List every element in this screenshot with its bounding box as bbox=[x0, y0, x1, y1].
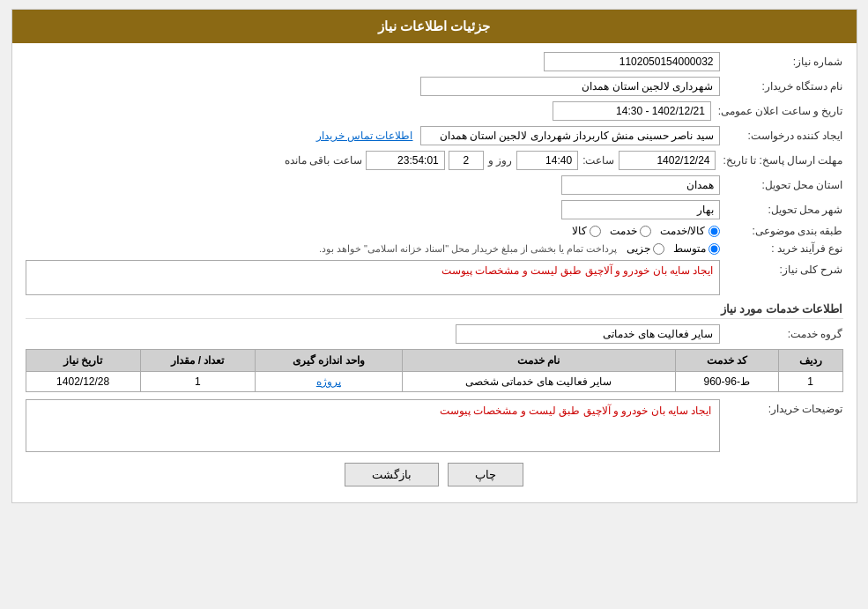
col-header-row: ردیف bbox=[778, 350, 842, 372]
category-option-khadmat[interactable]: خدمت bbox=[610, 225, 651, 237]
category-radio-group: کالا/خدمت خدمت کالا bbox=[572, 225, 719, 237]
page-title: جزئیات اطلاعات نیاز bbox=[378, 19, 490, 33]
category-radio-kala[interactable] bbox=[590, 226, 601, 237]
contact-link[interactable]: اطلاعات تماس خریدار bbox=[316, 130, 413, 142]
delivery-province-row: استان محل تحویل: همدان bbox=[26, 175, 843, 195]
purchase-org-label: نام دستگاه خریدار: bbox=[720, 80, 843, 93]
response-countdown-label: ساعت باقی مانده bbox=[285, 154, 362, 167]
category-label-khadmat: خدمت bbox=[610, 225, 637, 237]
table-row: 1 ط-96-960 سایر فعالیت های خدماتی شخصی پ… bbox=[26, 372, 842, 392]
col-header-unit: واحد اندازه گیری bbox=[255, 350, 402, 372]
service-group-value: سایر فعالیت های خدماتی bbox=[456, 324, 720, 344]
purchase-type-note: پرداخت تمام یا بخشی از مبلغ خریدار محل "… bbox=[319, 243, 618, 255]
col-header-code: کد خدمت bbox=[675, 350, 778, 372]
creator-row: ایجاد کننده درخواست: سید ناصر حسینی منش … bbox=[26, 126, 843, 145]
cell-quantity: 1 bbox=[140, 372, 255, 392]
purchase-type-option-jozi[interactable]: جزیی bbox=[627, 242, 664, 255]
category-row: طبقه بندی موضوعی: کالا/خدمت خدمت کالا bbox=[26, 225, 843, 237]
need-description-row: شرح کلی نیاز: ایجاد سایه بان خودرو و آلا… bbox=[26, 260, 843, 295]
delivery-province-label: استان محل تحویل: bbox=[720, 179, 843, 191]
announcement-creator-row: تاریخ و ساعت اعلان عمومی: 1402/12/21 - 1… bbox=[26, 101, 843, 121]
purchase-type-label-motavaset: متوسط bbox=[673, 242, 706, 255]
announcement-value: 1402/12/21 - 14:30 bbox=[553, 101, 711, 121]
main-container: جزئیات اطلاعات نیاز شماره نیاز: 11020501… bbox=[11, 9, 857, 503]
need-description-label: شرح کلی نیاز: bbox=[720, 260, 843, 276]
purchase-type-row: نوع فرآیند خرید : متوسط جزیی پرداخت تمام… bbox=[26, 242, 843, 255]
need-number-value: 1102050154000032 bbox=[544, 52, 720, 71]
response-days: 2 bbox=[449, 151, 484, 170]
response-days-label: روز و bbox=[488, 154, 512, 167]
purchase-type-radio-motavaset[interactable] bbox=[708, 243, 720, 255]
col-header-date: تاریخ نیاز bbox=[26, 350, 140, 372]
service-table: ردیف کد خدمت نام خدمت واحد اندازه گیری ت… bbox=[26, 349, 843, 392]
delivery-city-label: شهر محل تحویل: bbox=[720, 204, 843, 216]
purchase-type-option-motavaset[interactable]: متوسط bbox=[673, 242, 720, 255]
col-header-name: نام خدمت bbox=[402, 350, 675, 372]
response-deadline-row: مهلت ارسال پاسخ: تا تاریخ: 1402/12/24 سا… bbox=[26, 151, 843, 170]
buttons-row: چاپ بازگشت bbox=[26, 463, 843, 486]
category-radio-kala-khadmat[interactable] bbox=[708, 226, 720, 237]
response-deadline-label: مهلت ارسال پاسخ: تا تاریخ: bbox=[716, 154, 842, 167]
announcement-label: تاریخ و ساعت اعلان عمومی: bbox=[711, 105, 843, 117]
cell-code: ط-96-960 bbox=[675, 372, 778, 392]
service-group-row: گروه خدمت: سایر فعالیت های خدماتی bbox=[26, 324, 843, 344]
col-header-qty: تعداد / مقدار bbox=[140, 350, 255, 372]
response-date: 1402/12/24 bbox=[619, 151, 716, 170]
buyer-desc-value: ایجاد سایه بان خودرو و آلاچیق طبق لیست و… bbox=[26, 399, 720, 452]
purchase-type-label: نوع فرآیند خرید : bbox=[720, 242, 843, 255]
purchase-type-label-jozi: جزیی bbox=[627, 242, 650, 255]
need-number-row: شماره نیاز: 1102050154000032 bbox=[26, 52, 843, 71]
category-option-kala[interactable]: کالا bbox=[572, 225, 601, 237]
delivery-city-row: شهر محل تحویل: بهار bbox=[26, 200, 843, 219]
need-number-label: شماره نیاز: bbox=[720, 56, 843, 68]
creator-value: سید ناصر حسینی منش کاربرداز شهرداری لالج… bbox=[420, 126, 720, 145]
back-button[interactable]: بازگشت bbox=[345, 463, 439, 486]
purchase-type-radio-group: متوسط جزیی bbox=[627, 242, 720, 255]
category-radio-khadmat[interactable] bbox=[640, 226, 651, 237]
page-header: جزئیات اطلاعات نیاز bbox=[12, 10, 857, 43]
purchase-org-row: نام دستگاه خریدار: شهرداری لالجین استان … bbox=[26, 77, 843, 96]
response-time-label: ساعت: bbox=[582, 154, 614, 167]
cell-row-number: 1 bbox=[778, 372, 842, 392]
category-option-kala-khadmat[interactable]: کالا/خدمت bbox=[660, 225, 719, 237]
cell-unit: پروژه bbox=[255, 372, 402, 392]
delivery-city-value: بهار bbox=[561, 200, 720, 219]
category-label-kala: کالا bbox=[572, 225, 587, 237]
page-content: شماره نیاز: 1102050154000032 نام دستگاه … bbox=[12, 43, 857, 502]
delivery-province-value: همدان bbox=[561, 175, 720, 195]
purchase-type-radio-jozi[interactable] bbox=[653, 243, 664, 255]
service-group-label: گروه خدمت: bbox=[720, 328, 843, 340]
print-button[interactable]: چاپ bbox=[448, 463, 523, 486]
need-description-value: ایجاد سایه بان خودرو و آلاچیق طبق لیست و… bbox=[26, 260, 720, 295]
services-section-title: اطلاعات خدمات مورد نیاز bbox=[26, 302, 843, 319]
category-label: طبقه بندی موضوعی: bbox=[720, 225, 843, 237]
purchase-org-value: شهرداری لالجین استان همدان bbox=[420, 77, 720, 96]
cell-name: سایر فعالیت های خدماتی شخصی bbox=[402, 372, 675, 392]
creator-label: ایجاد کننده درخواست: bbox=[720, 130, 843, 142]
buyer-desc-label: توضیحات خریدار: bbox=[720, 399, 843, 415]
response-time: 14:40 bbox=[516, 151, 578, 170]
response-countdown: 23:54:01 bbox=[366, 151, 445, 170]
buyer-desc-section: توضیحات خریدار: ایجاد سایه بان خودرو و آ… bbox=[26, 399, 843, 452]
category-label-kala-khadmat: کالا/خدمت bbox=[660, 225, 705, 237]
cell-date: 1402/12/28 bbox=[26, 372, 140, 392]
